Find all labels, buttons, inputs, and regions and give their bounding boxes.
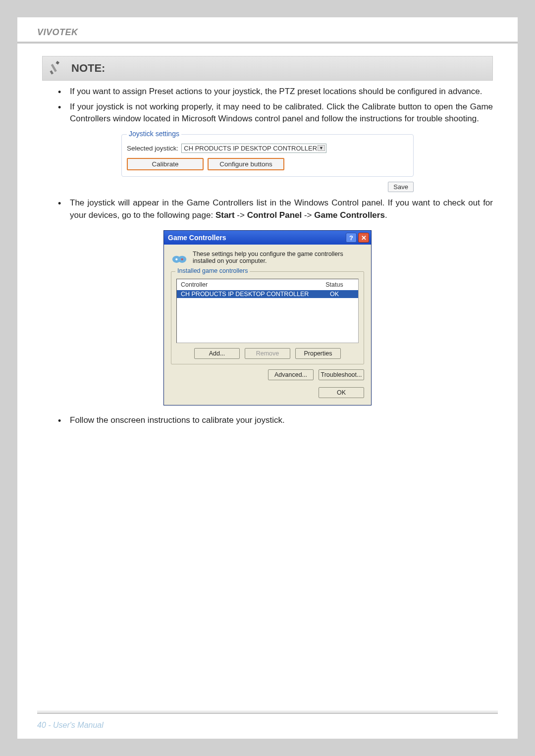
footer-area: 40 - User's Manual (17, 711, 518, 739)
path-control-panel: Control Panel (247, 210, 302, 220)
top-bar: VIVOTEK (17, 27, 518, 38)
selected-joystick-label: Selected joystick: (127, 145, 178, 152)
svg-rect-0 (50, 70, 54, 75)
path-game-controllers: Game Controllers (314, 210, 385, 220)
note-title: NOTE: (71, 62, 105, 75)
middle-bullet: The joystick will appear in the Game Con… (54, 197, 493, 221)
dialog-intro-text: These settings help you configure the ga… (193, 251, 364, 264)
svg-marker-2 (56, 61, 60, 65)
joystick-legend: Joystick settings (127, 130, 181, 138)
joystick-settings-figure: Joystick settings Selected joystick: CH … (42, 134, 493, 192)
note-banner: NOTE: (42, 56, 493, 81)
sep: -> (235, 210, 247, 220)
dialog-title: Game Controllers (168, 234, 346, 242)
note-bullets: If you want to assign Preset actions to … (42, 86, 493, 125)
final-bullets: Follow the onscreen instructions to cali… (42, 414, 493, 427)
row-controller: CH PRODUCTS IP DESKTOP CONTROLLER (181, 291, 315, 298)
controller-icon (171, 251, 188, 265)
content-area: NOTE: If you want to assign Preset actio… (17, 44, 518, 427)
remove-button[interactable]: Remove (245, 348, 290, 359)
installed-controllers-legend: Installed game controllers (175, 267, 250, 274)
row-status: OK (315, 291, 354, 298)
ok-button[interactable]: OK (319, 387, 364, 398)
middle-bullets: The joystick will appear in the Game Con… (42, 197, 493, 221)
list-item[interactable]: CH PRODUCTS IP DESKTOP CONTROLLER OK (177, 290, 358, 298)
svg-point-6 (175, 258, 177, 260)
document-page: VIVOTEK NOTE: If you want to assign Pres… (17, 17, 518, 739)
page-footer: 40 - User's Manual (37, 721, 498, 730)
footer-rule-thin (37, 711, 498, 711)
properties-button[interactable]: Properties (295, 348, 341, 359)
selected-joystick-dropdown[interactable]: CH PRODUCTS IP DESKTOP CONTROLLER (181, 144, 326, 153)
calibrate-button[interactable]: Calibrate (127, 158, 204, 170)
middle-text-suffix: . (385, 210, 387, 220)
col-controller: Controller (181, 281, 315, 288)
final-bullet: Follow the onscreen instructions to cali… (54, 414, 493, 427)
help-icon[interactable]: ? (346, 233, 357, 243)
controllers-listbox[interactable]: Controller Status CH PRODUCTS IP DESKTOP… (176, 279, 359, 343)
advanced-button[interactable]: Advanced... (268, 369, 314, 380)
footer-rule (37, 712, 498, 714)
save-button[interactable]: Save (388, 182, 414, 192)
dialog-titlebar: Game Controllers ? ✕ (164, 231, 371, 245)
configure-buttons-button[interactable]: Configure buttons (208, 158, 284, 170)
note-bullet: If you want to assign Preset actions to … (54, 86, 493, 98)
troubleshoot-button[interactable]: Troubleshoot... (319, 369, 364, 380)
close-icon[interactable]: ✕ (358, 233, 369, 243)
game-controllers-dialog: Game Controllers ? ✕ (163, 230, 372, 405)
col-status: Status (315, 281, 354, 288)
sep: -> (302, 210, 314, 220)
installed-controllers-fieldset: Installed game controllers Controller St… (171, 271, 364, 364)
note-bullet: If your joystick is not working properly… (54, 101, 493, 125)
svg-point-7 (181, 258, 183, 260)
pencil-icon (48, 59, 65, 77)
path-start: Start (215, 210, 235, 220)
joystick-fieldset: Joystick settings Selected joystick: CH … (121, 134, 414, 177)
game-controllers-figure: Game Controllers ? ✕ (42, 230, 493, 405)
brand-label: VIVOTEK (37, 27, 498, 38)
add-button[interactable]: Add... (194, 348, 240, 359)
